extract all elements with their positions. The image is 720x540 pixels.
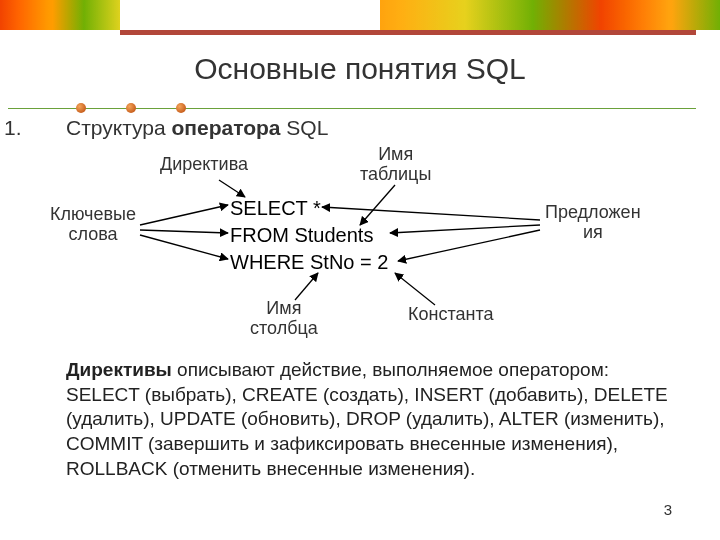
body-paragraph: Директивы описывают действие, выполняемо… bbox=[66, 358, 686, 481]
topbar-swatch-left bbox=[0, 0, 120, 30]
section-subtitle: Структура оператора SQL bbox=[66, 116, 328, 140]
page-title: Основные понятия SQL bbox=[0, 52, 720, 86]
page-number: 3 bbox=[664, 501, 672, 518]
subtitle-suffix: SQL bbox=[281, 116, 329, 139]
topbar-gap bbox=[120, 0, 380, 30]
decorative-top-bar bbox=[0, 0, 720, 30]
list-number: 1. bbox=[4, 116, 22, 140]
svg-line-4 bbox=[140, 235, 228, 259]
label-directive: Директива bbox=[160, 155, 248, 175]
svg-line-2 bbox=[140, 205, 228, 225]
code-line-3: WHERE StNo = 2 bbox=[230, 251, 388, 273]
svg-line-3 bbox=[140, 230, 228, 233]
label-keywords: Ключевые слова bbox=[50, 205, 136, 245]
label-constant: Константа bbox=[408, 305, 493, 325]
label-table-name: Имя таблицы bbox=[360, 145, 431, 185]
bullet-dot-icon bbox=[176, 103, 186, 113]
svg-line-9 bbox=[395, 273, 435, 305]
code-line-1: SELECT * bbox=[230, 197, 321, 219]
svg-line-8 bbox=[295, 273, 318, 300]
bullet-dot-icon bbox=[126, 103, 136, 113]
topbar-swatch-right bbox=[380, 0, 720, 30]
divider-line bbox=[8, 108, 696, 109]
code-line-2: FROM Students bbox=[230, 224, 373, 246]
sql-structure-diagram: Директива Имя таблицы Ключевые слова Пре… bbox=[0, 145, 720, 350]
svg-line-7 bbox=[398, 230, 540, 261]
bullet-dot-icon bbox=[76, 103, 86, 113]
label-column-name: Имя столбца bbox=[250, 299, 318, 339]
subtitle-prefix: Структура bbox=[66, 116, 171, 139]
svg-line-6 bbox=[390, 225, 540, 233]
body-lead-bold: Директивы bbox=[66, 359, 172, 380]
sql-code-block: SELECT * FROM Students WHERE StNo = 2 bbox=[230, 195, 388, 276]
subtitle-bold: оператора bbox=[171, 116, 280, 139]
label-clauses: Предложен ия bbox=[545, 203, 641, 243]
accent-underline bbox=[120, 30, 696, 35]
